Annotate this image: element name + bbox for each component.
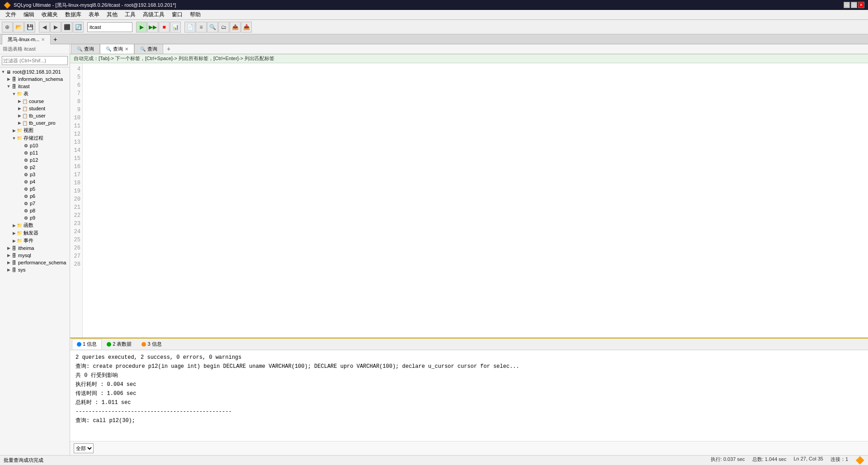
new-query-button[interactable]: 📄 [184,22,195,33]
db-selector[interactable]: itcast [87,22,132,32]
tree-node-label: information_schema [18,76,63,82]
tree-expand-icon: ▶ [17,99,22,103]
tab-label-2: 查询 [113,46,123,52]
tab-query-3[interactable]: 🔍 查询 [134,44,163,54]
status-bar: 批量查询成功完成 执行: 0.037 sec 总数: 1.044 sec Ln … [0,455,868,465]
tree-item-p6[interactable]: ⚙p6 [1,193,69,200]
menu-favorites[interactable]: 收藏夹 [38,10,61,19]
tree-item-p3[interactable]: ⚙p3 [1,171,69,178]
maximize-button[interactable]: □ [851,2,857,8]
export-button[interactable]: 📤 [230,22,241,33]
tree-item-mysql[interactable]: ▶🗄mysql [1,252,69,259]
tree-item-p8[interactable]: ⚙p8 [1,207,69,214]
tree-node-icon: ⚙ [23,157,29,163]
tree-item-p7[interactable]: ⚙p7 [1,200,69,207]
execute-button[interactable]: ▶ [136,22,147,33]
tab-query-1[interactable]: 🔍 查询 [71,44,100,54]
format-button[interactable]: ≡ [196,22,207,33]
stop-button[interactable]: ⬛ [61,22,72,33]
tree-item---[interactable]: ▶📁事件 [1,237,69,244]
stop-exec-button[interactable]: ■ [159,22,170,33]
menu-edit[interactable]: 编辑 [20,10,38,19]
tree-item-student[interactable]: ▶📋student [1,105,69,112]
menu-file[interactable]: 文件 [2,10,20,19]
tree-expand-icon: ▶ [6,268,11,272]
forward-button[interactable]: ▶ [50,22,61,33]
tab-icon-2: 🔍 [106,47,111,52]
back-button[interactable]: ◀ [39,22,50,33]
execute-all-button[interactable]: ▶▶ [147,22,158,33]
tree-node-label: 函数 [24,222,33,229]
close-button[interactable]: ✕ [858,2,864,8]
results-tab-tabledata[interactable]: 2 表数据 [102,339,137,349]
result-line: 传送时间 : 1.006 sec [75,389,863,398]
results-tab-info[interactable]: 1 信息 [72,339,102,349]
tree-item-p11[interactable]: ⚙p11 [1,149,69,156]
menu-other[interactable]: 其他 [103,10,121,19]
open-button[interactable]: 📂 [13,22,24,33]
tree-node-icon: ⚙ [23,164,29,170]
window-controls[interactable]: ─ □ ✕ [844,2,864,8]
tab-label-1: 查询 [84,46,94,52]
menu-window[interactable]: 窗口 [168,10,186,19]
tree-item-p12[interactable]: ⚙p12 [1,156,69,164]
tab-query-2[interactable]: 🔍 查询 ✕ [100,44,134,54]
tree-item-p2[interactable]: ⚙p2 [1,164,69,171]
tree-item-root-192-168-10-201[interactable]: ▼🖥root@192.168.10.201 [1,68,69,75]
tree-item-itcast[interactable]: ▼🗄itcast [1,83,69,90]
tree-item-sys[interactable]: ▶🗄sys [1,266,69,273]
result-line: 查询: call p12(30); [75,416,863,425]
tree-item-information-schema[interactable]: ▶🗄information_schema [1,75,69,83]
tree-node-label: tb_user_pro [29,120,56,126]
tree-item-p4[interactable]: ⚙p4 [1,178,69,185]
connection-tab-close[interactable]: ✕ [41,37,45,42]
filter-label: 筛选表格 itcast [0,44,70,54]
tree-node-label: p8 [30,208,35,213]
tree-item--[interactable]: ▼📁表 [1,90,69,98]
tree-item-----[interactable]: ▼📁存储过程 [1,134,69,142]
tree-node-label: itcast [18,84,30,89]
tree-item-p5[interactable]: ⚙p5 [1,185,69,193]
tree-item-course[interactable]: ▶📋course [1,98,69,105]
query-tab-bar: 🔍 查询 🔍 查询 ✕ 🔍 查询 + [70,44,868,54]
result-filter-dropdown[interactable]: 全部 [74,443,94,453]
minimize-button[interactable]: ─ [844,2,850,8]
tab-close-2[interactable]: ✕ [125,47,128,52]
tree-item-p9[interactable]: ⚙p9 [1,214,69,221]
menu-database[interactable]: 数据库 [61,10,85,19]
tabledata-tab-label: 2 表数据 [113,341,132,348]
menu-tools[interactable]: 工具 [121,10,139,19]
find-button[interactable]: 🔍 [207,22,218,33]
save-button[interactable]: 💾 [24,22,35,33]
import-button[interactable]: 📥 [241,22,252,33]
menu-help[interactable]: 帮助 [186,10,204,19]
add-query-tab-button[interactable]: + [163,44,174,54]
tree-node-icon: ⚙ [23,142,29,149]
tree-item---[interactable]: ▶📁视图 [1,127,69,134]
tree-item-performance-schema[interactable]: ▶🗄performance_schema [1,259,69,266]
tree-node-label: p4 [30,179,35,184]
filter-input[interactable] [2,56,68,65]
info2-tab-label: 3 信息 [147,341,161,348]
results-tab-info2[interactable]: 3 信息 [137,339,166,349]
connection-tab[interactable]: 黑马-linux-m... ✕ [2,34,51,44]
tree-item---[interactable]: ▶📁函数 [1,221,69,229]
schema-button[interactable]: 🗂 [218,22,229,33]
menu-advanced[interactable]: 高级工具 [139,10,168,19]
tree-expand-icon: ▶ [6,246,11,250]
tree-item-tb-user[interactable]: ▶📋tb_user [1,112,69,119]
tree-node-label: 视图 [24,127,33,134]
total-time: 总数: 1.044 sec [752,456,787,465]
code-area[interactable]: 4567891011121314151617181920212223242526… [70,63,868,338]
code-content[interactable] [83,63,868,338]
refresh-button[interactable]: 🔄 [73,22,84,33]
tree-item-tb-user-pro[interactable]: ▶📋tb_user_pro [1,119,69,127]
tree-item-itheima[interactable]: ▶🗄itheima [1,244,69,252]
new-connection-button[interactable]: ⊕ [2,22,13,33]
tree-item-p10[interactable]: ⚙p10 [1,142,69,149]
menu-table[interactable]: 表单 [85,10,103,19]
tree-item----[interactable]: ▶📁触发器 [1,229,69,237]
add-connection-button[interactable]: + [51,35,60,44]
explain-button[interactable]: 📊 [170,22,181,33]
tree-node-label: p11 [30,150,38,155]
